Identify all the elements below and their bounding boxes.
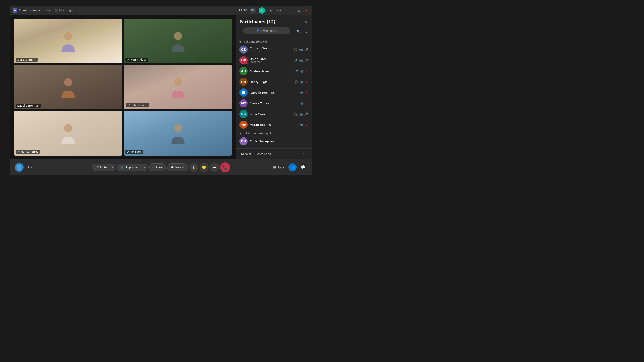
raise-hand-btn[interactable]: ✋	[190, 163, 198, 172]
avatar-clarissa: CS	[240, 45, 248, 54]
minimize-btn[interactable]: ─	[289, 8, 295, 13]
participant-item-isabella[interactable]: IB Isabella Brennan 📹 🎙	[238, 87, 310, 98]
participant-item-umar[interactable]: UP P Umar Patel Presenter 🎤 📹 🎤	[238, 55, 310, 66]
search-participants-btn[interactable]: 🔍	[296, 29, 302, 35]
active-icon-sofia: 🎤	[127, 104, 130, 107]
apps-grid-icon: ⊞	[273, 165, 276, 169]
tile-name-clarissa: Clarissa Smith	[17, 58, 36, 61]
controls-isabella: 📹 🎙	[300, 91, 308, 94]
reactions-btn[interactable]: 😊	[200, 163, 209, 172]
name-umar: Umar Patel	[250, 57, 292, 60]
video-tile-sofia[interactable]: 🎤 Sofia Gomez	[124, 65, 232, 109]
info-austen: Austen Baker	[250, 69, 292, 73]
audio-icon-henry: 🎧	[294, 80, 298, 84]
share-icon: ↑	[152, 165, 154, 169]
end-call-icon: 📞	[222, 165, 228, 170]
not-in-meeting-chevron: ▼	[240, 132, 241, 135]
participant-item-murad[interactable]: MH Murad Higgins 📹 🎙	[238, 119, 310, 130]
participant-item-emily[interactable]: EN Emily Nakagawa	[238, 136, 310, 147]
video-view-btn[interactable]: ⊞ ▾	[26, 165, 34, 170]
chat-icon: 💬	[301, 165, 306, 170]
tile-label-sofia: 🎤 Sofia Gomez	[126, 103, 149, 107]
video-tile-clarissa[interactable]: Clarissa Smith	[14, 19, 122, 63]
role-umar: Presenter	[250, 60, 292, 63]
info-murad: Murad Higgins	[250, 123, 298, 126]
participant-item-austen[interactable]: AB Austen Baker 🎤 📹 🎙	[238, 66, 310, 76]
agenda-title: Development Agenda	[18, 9, 50, 12]
more-options-toolbar-btn[interactable]: •••	[210, 163, 219, 172]
mute-all-btn[interactable]: Mute all	[240, 151, 253, 156]
unmute-all-btn[interactable]: Unmute all	[255, 151, 272, 156]
title-bar-right: 12:40 🔍 ● ⊞ Layout ─ □ ✕	[239, 7, 309, 14]
svg-point-4	[64, 124, 72, 132]
sort-participants-btn[interactable]: ⇅	[304, 29, 308, 35]
not-in-meeting-header[interactable]: ▼ Not in the meeting (2)	[238, 130, 310, 136]
tile-name-umar: Umar Patel	[127, 150, 142, 153]
panel-close-btn[interactable]: ✕	[304, 19, 308, 25]
in-meeting-header[interactable]: ▼ In the meeting (8)	[238, 38, 310, 44]
record-btn[interactable]: ⏺ Record	[167, 163, 188, 171]
controls-murad: 📹 🎙	[300, 123, 308, 126]
mic-icon-henry: 🎙	[305, 80, 308, 84]
video-tile-umar[interactable]: Umar Patel	[124, 111, 232, 156]
app-window: Development Agenda 🎥 Meeting info 12:40 …	[10, 5, 312, 175]
muted-icon-marise: 🎤	[17, 151, 20, 153]
video-icon-austen: 📹	[300, 69, 304, 73]
maximize-btn[interactable]: □	[296, 8, 302, 13]
mic-icon-marise: 🎙	[305, 102, 308, 105]
mute-btn[interactable]: 🎤 Mute	[92, 164, 110, 171]
participant-item-sofia[interactable]: SG Sofia Gomez 🎧 📹 🎤	[238, 109, 310, 119]
participants-list: ▼ In the meeting (8) CS Clarissa Smith H…	[236, 38, 312, 148]
tile-label-isabelle: Isabelle Brennan	[16, 104, 41, 108]
meeting-info-tab[interactable]: 🎥 Meeting info	[54, 9, 77, 12]
mute-dropdown-btn[interactable]: ▾	[110, 164, 115, 170]
video-dropdown-btn[interactable]: ▾	[142, 164, 147, 170]
controls-henry: 🎧 📹 🎙	[294, 80, 308, 84]
development-agenda-tab[interactable]: Development Agenda	[13, 8, 50, 12]
in-meeting-label: In the meeting (8)	[242, 40, 267, 43]
mic-icon-austen: 🎙	[305, 69, 308, 73]
search-icon-btn[interactable]: 🔍	[250, 7, 256, 14]
controls-austen: 🎤 📹 🎙	[294, 69, 308, 73]
avatar-marise: MT	[240, 99, 248, 107]
meeting-icon: 🎥	[54, 9, 58, 12]
toolbar: ⊞ ▾ 🎤 Mute ▾ 📹 Stop video ▾	[10, 159, 312, 175]
muted-icon-henry: 🎤	[127, 58, 130, 61]
name-marise: Marise Torres	[250, 102, 298, 105]
activities-icon-btn[interactable]: ●	[259, 7, 265, 14]
name-sofia: Sofia Gomez	[250, 112, 292, 116]
invite-btn[interactable]: 👤 Invite people	[243, 27, 290, 34]
video-tile-marise[interactable]: 🎤 Marise Torres	[14, 111, 122, 156]
participants-panel-btn[interactable]: 👥	[288, 163, 296, 171]
share-btn[interactable]: ↑ Share	[148, 163, 166, 171]
cortana-btn[interactable]	[15, 163, 24, 172]
apps-btn[interactable]: ⊞ Apps	[271, 164, 286, 170]
video-grid: Clarissa Smith 🎤 Henry Riggs	[14, 19, 232, 156]
video-icon-henry: 📹	[300, 80, 304, 84]
layout-btn[interactable]: ⊞ Layout	[268, 8, 284, 13]
mic-icon-umar: 🎤	[304, 59, 308, 62]
mic-icon-clarissa: 🎤	[304, 48, 308, 51]
stop-video-btn[interactable]: 📹 Stop video	[117, 164, 142, 171]
video-icon-sofia: 📹	[299, 112, 303, 116]
record-icon: ⏺	[170, 165, 174, 169]
audio-icon-sofia: 🎧	[294, 112, 298, 116]
chat-panel-btn[interactable]: 💬	[299, 163, 307, 171]
main-content: Clarissa Smith 🎤 Henry Riggs	[10, 15, 312, 159]
video-tile-isabelle[interactable]: Isabelle Brennan	[14, 65, 122, 109]
mic-icon-murad: 🎙	[305, 123, 308, 126]
participant-item-henry[interactable]: HR Henry Riggs 🎧 📹 🎙	[238, 76, 310, 87]
close-btn[interactable]: ✕	[304, 8, 309, 13]
participant-item-marise[interactable]: MT Marise Torres 📹 🎙	[238, 98, 310, 109]
video-view-icon: ⊞	[27, 166, 30, 169]
not-in-meeting-label: Not in the meeting (2)	[242, 132, 272, 135]
more-icon: •••	[213, 165, 216, 169]
end-call-btn[interactable]: 📞	[220, 162, 230, 172]
clock: 12:40	[239, 9, 247, 12]
apps-label: Apps	[277, 166, 284, 169]
more-options-btn[interactable]: •••	[303, 152, 308, 156]
video-tile-henry[interactable]: 🎤 Henry Riggs	[124, 19, 232, 63]
participant-item-clarissa[interactable]: CS Clarissa Smith Host, me 🎧 📹 🎤	[238, 44, 310, 55]
role-clarissa: Host, me	[250, 50, 292, 53]
controls-sofia: 🎧 📹 🎤	[294, 112, 308, 116]
